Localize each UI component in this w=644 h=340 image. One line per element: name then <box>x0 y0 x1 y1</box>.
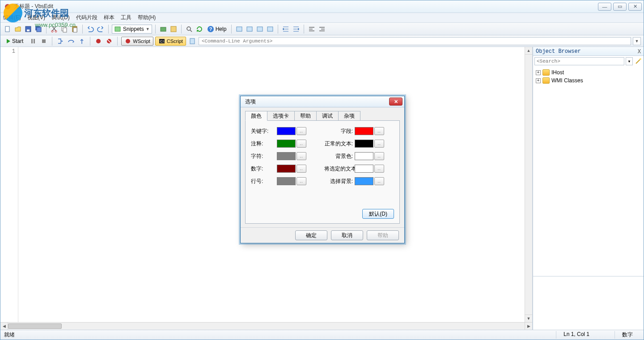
svg-rect-11 <box>73 28 77 32</box>
window2-button[interactable] <box>245 25 254 34</box>
color-picker-button[interactable]: .. <box>374 152 384 160</box>
class-icon <box>542 69 550 76</box>
object-browser: Object Browser X ▼ + IHost + WMI Classes <box>533 47 644 330</box>
svg-text:?: ? <box>209 26 212 32</box>
color-picker-button[interactable]: .. <box>374 165 384 173</box>
color-swatch[interactable] <box>355 165 373 173</box>
start-button[interactable]: Start <box>3 37 27 46</box>
tree-node-ihost[interactable]: + IHost <box>536 68 641 76</box>
stepout-button[interactable] <box>77 37 86 46</box>
props-button[interactable] <box>188 37 197 46</box>
watermark-url: www.pc0359.cn <box>35 21 76 28</box>
ok-button[interactable]: 确定 <box>295 230 327 240</box>
color-swatch[interactable] <box>277 140 296 148</box>
tool1-button[interactable] <box>159 25 168 34</box>
tool2-button[interactable] <box>169 25 178 34</box>
maximize-button[interactable]: ▭ <box>613 3 627 11</box>
new-button[interactable] <box>3 25 12 34</box>
color-picker-button[interactable]: .. <box>374 177 384 185</box>
color-swatch[interactable] <box>277 152 296 160</box>
menu-tools[interactable]: 工具 <box>121 14 131 21</box>
dialog-footer: 确定 取消 帮助 <box>241 227 404 243</box>
scroll-right-icon[interactable]: ▶ <box>525 323 532 330</box>
expand-icon[interactable]: + <box>536 78 541 83</box>
tab-debug[interactable]: 调试 <box>316 111 339 120</box>
pause-button[interactable] <box>29 37 38 46</box>
color-swatch[interactable] <box>277 165 296 173</box>
tab-misc[interactable]: 杂项 <box>338 111 360 120</box>
breakpoint2-button[interactable] <box>105 37 114 46</box>
search-dropdown-icon[interactable]: ▼ <box>626 57 633 65</box>
outdent-button[interactable] <box>292 25 301 34</box>
color-label: 背景色: <box>324 153 354 160</box>
color-swatch[interactable] <box>355 127 373 135</box>
stepover-button[interactable] <box>67 37 76 46</box>
tab-help[interactable]: 帮助 <box>294 111 317 120</box>
find-button[interactable] <box>185 25 194 34</box>
svg-rect-24 <box>42 39 46 43</box>
svg-rect-9 <box>63 28 67 32</box>
tab-tabs[interactable]: 选项卡 <box>267 111 295 120</box>
color-picker-button[interactable]: .. <box>374 127 384 135</box>
help-button[interactable]: ? Help <box>205 25 229 34</box>
indent-button[interactable] <box>281 25 290 34</box>
color-label: 正常的文本: <box>324 140 354 148</box>
window1-button[interactable] <box>235 25 244 34</box>
color-swatch[interactable] <box>355 152 373 160</box>
color-swatch[interactable] <box>355 140 373 148</box>
vertical-scrollbar[interactable]: ▲ ▼ <box>525 47 532 322</box>
svg-rect-14 <box>171 26 176 32</box>
color-picker-button[interactable]: .. <box>297 152 306 160</box>
cancel-button[interactable]: 取消 <box>331 230 363 240</box>
align1-button[interactable] <box>307 25 316 34</box>
redo-button[interactable] <box>96 25 105 34</box>
color-picker-button[interactable]: .. <box>297 127 306 135</box>
expand-icon[interactable]: + <box>536 70 541 75</box>
horizontal-scrollbar[interactable]: ◀ ▶ <box>0 322 532 330</box>
save-button[interactable] <box>24 25 33 34</box>
stop-button[interactable] <box>39 37 48 46</box>
close-button[interactable]: ✕ <box>628 3 642 11</box>
objbrowser-search-input[interactable] <box>534 57 624 65</box>
minimize-button[interactable]: — <box>598 3 611 11</box>
wscript-button[interactable]: WScript <box>121 37 153 46</box>
open-button[interactable] <box>13 25 22 34</box>
color-picker-button[interactable]: .. <box>297 140 306 148</box>
cmdargs-input[interactable]: <Command-Line Arguments> <box>199 37 631 45</box>
svg-point-15 <box>187 27 191 30</box>
help-button-dialog[interactable]: 帮助 <box>367 230 399 240</box>
menu-samples[interactable]: 样本 <box>104 14 114 21</box>
refresh-button[interactable] <box>195 25 204 34</box>
default-button[interactable]: 默认(D) <box>362 209 394 219</box>
objbrowser-close-button[interactable]: X <box>638 48 641 55</box>
snippets-combo[interactable]: Snippets ▼ <box>112 25 152 34</box>
window4-button[interactable] <box>266 25 275 34</box>
menu-help[interactable]: 帮助(H) <box>138 14 156 21</box>
dialog-title: 选项 <box>245 98 256 106</box>
stepinto-button[interactable] <box>56 37 65 46</box>
search-action-button[interactable] <box>634 57 642 65</box>
cmdargs-dropdown[interactable]: ▼ <box>633 37 641 45</box>
undo-button[interactable] <box>86 25 95 34</box>
scroll-down-icon[interactable]: ▼ <box>525 314 532 322</box>
dialog-titlebar: 选项 ✕ <box>241 96 404 107</box>
color-swatch[interactable] <box>277 127 296 135</box>
tabpanel-color: 关键字:..字段:..注释:..正常的文本:..字符:..背景色:..数字:..… <box>245 121 400 224</box>
cscript-button[interactable]: C:\ CScript <box>155 37 186 46</box>
scroll-up-icon[interactable]: ▲ <box>525 47 532 55</box>
tree-node-wmi[interactable]: + WMI Classes <box>536 76 641 85</box>
color-swatch[interactable] <box>355 177 373 185</box>
tab-color[interactable]: 颜色 <box>245 111 267 121</box>
align2-button[interactable] <box>318 25 326 34</box>
color-picker-button[interactable]: .. <box>297 165 306 173</box>
breakpoint-button[interactable] <box>94 37 103 46</box>
toolbar-main: Snippets ▼ ? Help <box>0 23 644 35</box>
window3-button[interactable] <box>255 25 264 34</box>
scroll-left-icon[interactable]: ◀ <box>0 323 8 330</box>
dialog-close-button[interactable]: ✕ <box>389 98 402 106</box>
scroll-thumb[interactable] <box>8 323 62 329</box>
menu-snippets[interactable]: 代码片段 <box>76 14 97 21</box>
color-picker-button[interactable]: .. <box>297 177 306 185</box>
color-swatch[interactable] <box>277 177 296 185</box>
color-picker-button[interactable]: .. <box>374 140 384 148</box>
